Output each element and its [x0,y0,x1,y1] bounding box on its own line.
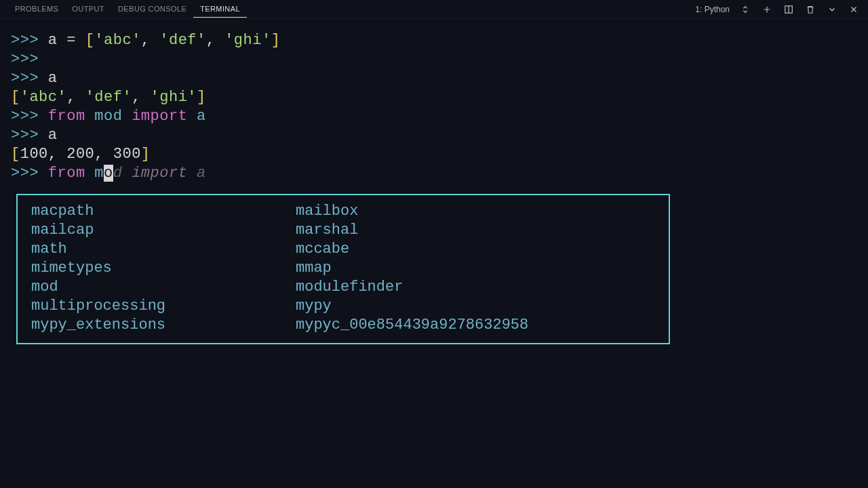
repl-prompt: >>> [11,108,39,125]
cursor: o [104,165,113,182]
terminal-selector-label: 1: Python [695,5,730,14]
terminal-selector-updown-icon[interactable] [739,3,751,16]
repl-prompt: >>> [11,165,39,182]
terminal-line: [100, 200, 300] [11,145,857,164]
terminal-selector[interactable]: 1: Python [695,5,730,14]
kill-terminal-icon[interactable] [804,3,816,16]
completion-item[interactable]: mypyc_00e854439a9278632958 [296,316,655,335]
completion-item[interactable]: modulefinder [296,278,655,297]
panel-tabs: PROBLEMS OUTPUT DEBUG CONSOLE TERMINAL [8,1,247,18]
completion-item[interactable]: macpath [31,202,296,221]
tab-problems[interactable]: PROBLEMS [8,1,65,18]
completion-item[interactable]: mimetypes [31,259,296,278]
close-panel-icon[interactable] [848,3,860,16]
completion-item[interactable]: mmap [296,259,655,278]
completion-item[interactable]: multiprocessing [31,297,296,316]
terminal-line: >>> from mod import a [11,107,857,126]
completion-item[interactable]: mypy [296,297,655,316]
terminal-line: >>> [11,50,857,69]
panel-header: PROBLEMS OUTPUT DEBUG CONSOLE TERMINAL 1… [0,0,868,19]
completion-item[interactable]: marshal [296,221,655,240]
tab-terminal[interactable]: TERMINAL [193,1,247,18]
completion-item[interactable]: mccabe [296,240,655,259]
repl-prompt: >>> [11,51,39,68]
tab-debug-console[interactable]: DEBUG CONSOLE [111,1,193,18]
repl-prompt: >>> [11,32,39,49]
completion-item[interactable]: math [31,240,296,259]
repl-prompt: >>> [11,127,39,144]
panel-header-actions: 1: Python [695,3,860,16]
new-terminal-icon[interactable] [761,3,773,16]
terminal-current-line: >>> from mod import a [11,164,857,183]
split-terminal-icon[interactable] [783,3,795,16]
terminal-line: >>> a [11,126,857,145]
tab-output[interactable]: OUTPUT [65,1,111,18]
completion-item[interactable]: mailbox [296,202,655,221]
terminal-line: ['abc', 'def', 'ghi'] [11,88,857,107]
terminal-output[interactable]: >>> a = ['abc', 'def', 'ghi'] >>> >>> a … [0,19,868,195]
terminal-line: >>> a [11,69,857,88]
completion-item[interactable]: mod [31,278,296,297]
completion-list: macpath mailbox mailcap marshal math mcc… [31,202,655,335]
ghost-suggestion: d import a [113,165,206,182]
completion-item[interactable]: mypy_extensions [31,316,296,335]
completion-item[interactable]: mailcap [31,221,296,240]
completion-popup: macpath mailbox mailcap marshal math mcc… [16,194,670,344]
chevron-down-icon[interactable] [826,3,838,16]
repl-prompt: >>> [11,70,39,87]
terminal-line: >>> a = ['abc', 'def', 'ghi'] [11,31,857,50]
